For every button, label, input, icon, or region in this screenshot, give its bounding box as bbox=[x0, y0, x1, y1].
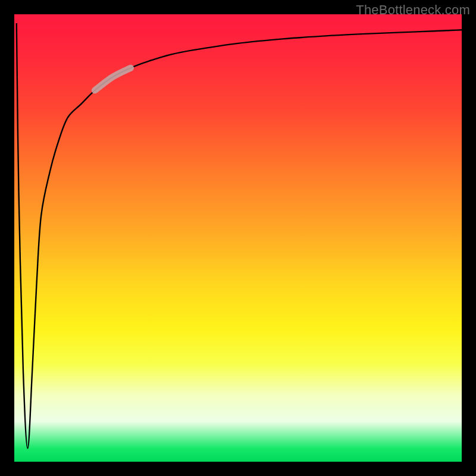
watermark-text: TheBottleneck.com bbox=[356, 2, 470, 18]
chart-plot-area bbox=[14, 14, 462, 462]
chart-curve-highlight bbox=[95, 68, 130, 90]
chart-curve-svg bbox=[14, 14, 462, 462]
chart-frame: TheBottleneck.com bbox=[0, 0, 476, 476]
chart-curve bbox=[17, 23, 462, 448]
